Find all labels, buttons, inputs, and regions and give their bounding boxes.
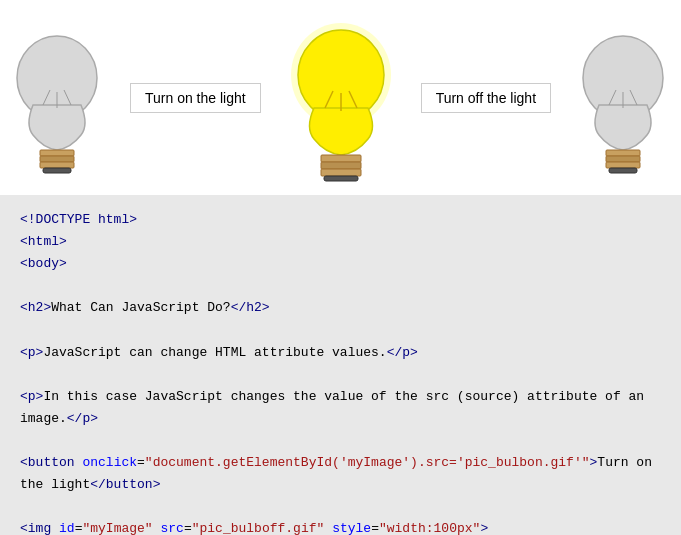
- turn-on-button[interactable]: Turn on the light: [130, 83, 261, 113]
- demo-section: Turn on the light Turn off the light: [0, 0, 681, 195]
- code-panel: <!DOCTYPE html> <html> <body> <h2>What C…: [0, 195, 681, 535]
- code-line-btn1: <button onclick="document.getElementById…: [20, 452, 661, 496]
- code-line-p1: <p>JavaScript can change HTML attribute …: [20, 342, 661, 364]
- code-line-p2: <p>In this case JavaScript changes the v…: [20, 386, 661, 430]
- bulb-off-right: [571, 20, 676, 175]
- code-empty-4: [20, 430, 661, 452]
- turn-off-button[interactable]: Turn off the light: [421, 83, 551, 113]
- svg-rect-7: [43, 168, 71, 173]
- svg-rect-6: [40, 162, 74, 168]
- bulb-on-center: [281, 13, 401, 183]
- code-line-img: <img id="myImage" src="pic_bulboff.gif" …: [20, 518, 661, 535]
- svg-rect-4: [40, 150, 74, 156]
- code-line-h2: <h2>What Can JavaScript Do?</h2>: [20, 297, 661, 319]
- code-empty-5: [20, 496, 661, 518]
- code-empty-1: [20, 275, 661, 297]
- code-empty-2: [20, 319, 661, 341]
- bulb-off-left: [5, 20, 110, 175]
- svg-rect-13: [321, 155, 361, 162]
- svg-rect-21: [606, 150, 640, 156]
- code-line-2: <html>: [20, 231, 661, 253]
- svg-rect-22: [606, 156, 640, 162]
- code-empty-3: [20, 364, 661, 386]
- svg-rect-23: [606, 162, 640, 168]
- code-line-1: <!DOCTYPE html>: [20, 209, 661, 231]
- svg-rect-5: [40, 156, 74, 162]
- svg-rect-16: [324, 176, 358, 181]
- svg-rect-15: [321, 169, 361, 176]
- svg-rect-14: [321, 162, 361, 169]
- code-line-3: <body>: [20, 253, 661, 275]
- svg-rect-24: [609, 168, 637, 173]
